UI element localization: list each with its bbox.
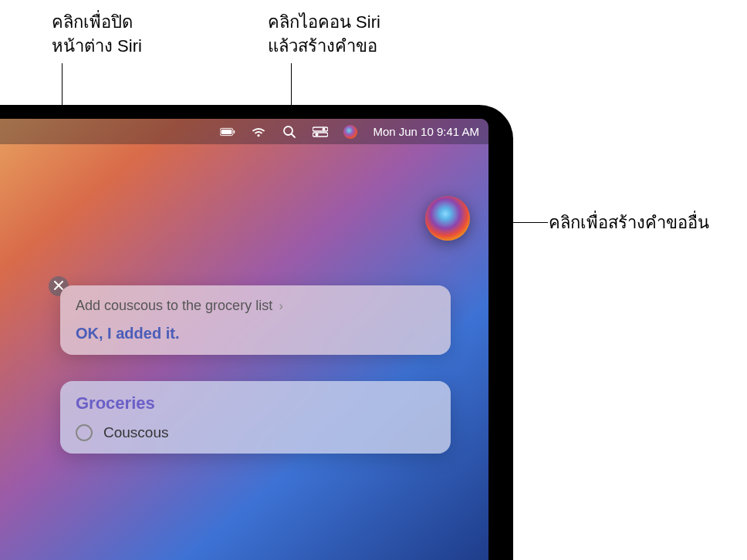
siri-request-text: Add couscous to the grocery list: [76, 298, 272, 313]
svg-point-3: [258, 134, 260, 137]
control-center-icon[interactable]: [313, 127, 328, 137]
device-frame: Mon Jun 10 9:41 AM Add couscous to the g…: [0, 105, 513, 560]
screen: Mon Jun 10 9:41 AM Add couscous to the g…: [0, 119, 488, 560]
svg-point-7: [323, 127, 326, 130]
siri-response-text: OK, I added it.: [76, 325, 435, 342]
siri-request-row[interactable]: Add couscous to the grocery list ›: [76, 298, 435, 314]
svg-rect-1: [221, 129, 232, 133]
menubar: Mon Jun 10 9:41 AM: [0, 119, 488, 144]
chevron-right-icon: ›: [279, 299, 283, 313]
list-item[interactable]: Couscous: [76, 424, 435, 441]
callout-orb-text: คลิกเพื่อสร้างคำขออื่น: [549, 213, 709, 232]
callout-close-label: คลิกเพื่อปิด หน้าต่าง Siri: [52, 11, 142, 59]
list-item-label: Couscous: [103, 424, 169, 441]
callout-siriicon-label: คลิกไอคอน Siri แล้วสร้างคำขอ: [268, 11, 380, 59]
callout-close-text: คลิกเพื่อปิด หน้าต่าง Siri: [52, 12, 142, 56]
svg-rect-6: [313, 127, 328, 131]
callout-orb-label: คลิกเพื่อสร้างคำขออื่น: [549, 211, 709, 235]
wifi-icon[interactable]: [251, 127, 266, 137]
list-title: Groceries: [76, 393, 435, 413]
menubar-icons: [220, 125, 357, 139]
svg-point-9: [316, 133, 319, 136]
svg-rect-8: [313, 133, 328, 137]
svg-line-5: [292, 133, 296, 137]
siri-list-card[interactable]: Groceries Couscous: [60, 381, 451, 454]
battery-icon[interactable]: [220, 127, 235, 137]
svg-rect-2: [234, 130, 235, 133]
siri-orb[interactable]: [425, 196, 470, 241]
siri-menubar-icon[interactable]: [343, 125, 357, 139]
radio-icon[interactable]: [76, 424, 93, 441]
siri-request-card: Add couscous to the grocery list › OK, I…: [60, 285, 451, 355]
search-icon[interactable]: [282, 127, 297, 137]
menubar-datetime[interactable]: Mon Jun 10 9:41 AM: [373, 125, 479, 138]
callout-siriicon-text: คลิกไอคอน Siri แล้วสร้างคำขอ: [268, 12, 380, 56]
